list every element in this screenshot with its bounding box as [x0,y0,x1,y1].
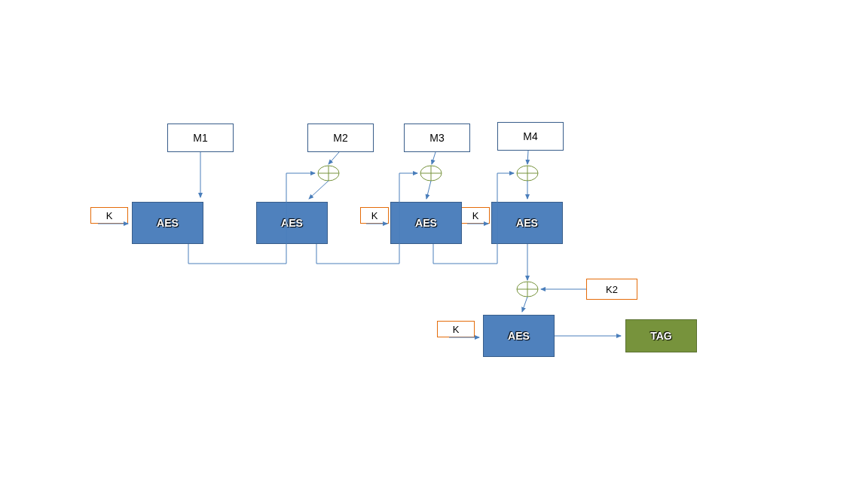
connector-overlay [0,0,868,488]
m3-label: M3 [429,132,444,144]
aes1-label: AES [157,217,179,229]
svg-line-30 [522,297,527,312]
svg-line-15 [309,181,329,199]
aes3-label: AES [415,217,437,229]
key-block-k-2: K [360,207,389,224]
svg-point-0 [318,166,339,181]
k3mid-label: K [472,210,479,221]
key-block-k-1: K [90,207,128,224]
aes2-label: AES [281,217,303,229]
svg-line-17 [426,181,431,199]
k1-label: K [106,210,113,221]
svg-line-18 [527,151,528,164]
xor-icon [517,166,538,181]
aes4-label: AES [516,217,538,229]
message-block-m4: M4 [497,122,564,151]
m2-label: M2 [333,132,347,144]
tag-block: TAG [625,319,697,352]
k2-label: K2 [606,284,618,295]
aes-block-1: AES [132,202,203,244]
key-block-k-3: K [461,207,490,224]
xor-icon [318,166,339,181]
svg-point-9 [517,282,538,297]
xor-icon [517,282,538,297]
aes5-label: AES [508,330,530,342]
message-block-m2: M2 [307,124,374,152]
key-block-k-bottom: K [437,321,475,337]
aes-block-2: AES [256,202,328,244]
svg-line-14 [329,152,339,164]
svg-point-3 [420,166,442,181]
message-block-m3: M3 [404,124,470,152]
aes-block-3: AES [390,202,462,244]
key-block-k2: K2 [586,279,637,300]
svg-point-6 [517,166,538,181]
kbot-label: K [453,324,460,335]
message-block-m1: M1 [167,124,234,152]
aes-block-5: AES [483,315,555,357]
aes-block-4: AES [491,202,563,244]
m1-label: M1 [193,132,207,144]
xor-icon [420,166,442,181]
tag-label: TAG [650,330,672,342]
svg-line-16 [432,152,436,164]
m4-label: M4 [523,130,537,142]
k2mid-label: K [371,210,378,221]
